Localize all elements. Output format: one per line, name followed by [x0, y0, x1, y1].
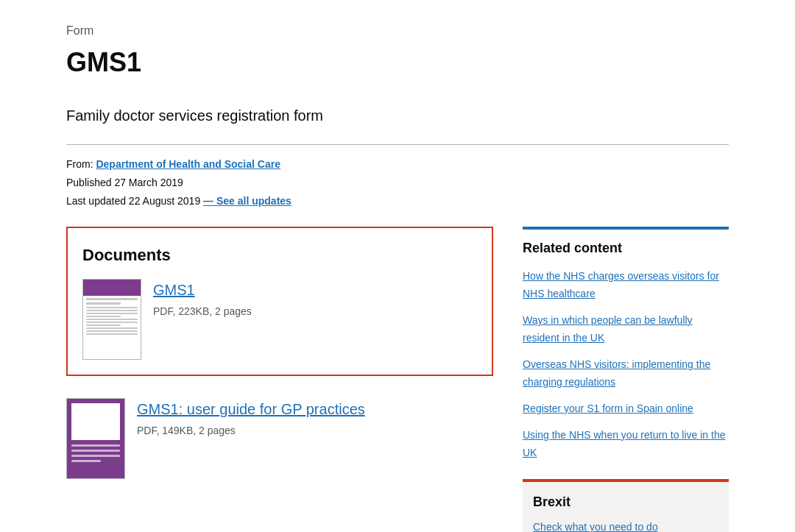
related-link-3[interactable]: Overseas NHS visitors: implementing the … [523, 358, 710, 388]
gms1-doc-info: GMS1 PDF, 223KB, 2 pages [153, 279, 252, 319]
related-link-item: Register your S1 form in Spain online [523, 400, 729, 417]
page-title: GMS1 [66, 43, 729, 82]
sidebar: Related content How the NHS charges over… [523, 227, 729, 532]
thumb-purple [67, 399, 124, 478]
main-layout: Documents [66, 227, 729, 532]
meta-from: From: Department of Health and Social Ca… [66, 157, 729, 172]
brexit-section: Brexit Check what you need to do [523, 479, 729, 532]
thumb-line-1 [86, 298, 138, 300]
page-subtitle: Family doctor services registration form [66, 104, 729, 127]
divider [66, 144, 729, 145]
document-item: GMS1 PDF, 223KB, 2 pages [82, 279, 477, 360]
gms1-guide-thumbnail [66, 398, 125, 479]
gms1-guide-item: GMS1: user guide for GP practices PDF, 1… [66, 398, 493, 479]
thumb-p-line-1 [71, 444, 120, 447]
from-label: From: [66, 158, 93, 170]
thumb-white-box [71, 403, 120, 440]
page-container: Form GMS1 Family doctor services registr… [44, 0, 751, 532]
related-link-2[interactable]: Ways in which people can be lawfully res… [523, 314, 693, 344]
related-content-section: Related content How the NHS charges over… [523, 227, 729, 461]
gms1-link[interactable]: GMS1 [153, 282, 195, 298]
published-label: Published [66, 177, 112, 188]
gms1-guide-link[interactable]: GMS1: user guide for GP practices [137, 401, 365, 417]
thumb-line-4 [86, 310, 138, 311]
gms1-guide-meta: PDF, 149KB, 2 pages [137, 423, 365, 439]
updated-date: 22 August 2019 [129, 195, 200, 207]
main-content: Documents [66, 227, 493, 532]
gms1-meta: PDF, 223KB, 2 pages [153, 304, 252, 319]
thumb-line-7 [86, 319, 138, 320]
thumb-line-3 [86, 307, 138, 308]
gms1-guide-info: GMS1: user guide for GP practices PDF, 1… [137, 398, 365, 439]
thumb-line-2 [86, 302, 121, 305]
brexit-link[interactable]: Check what you need to do [533, 521, 658, 532]
thumb-line-5 [86, 313, 138, 314]
thumb-line-11 [86, 330, 138, 332]
related-link-4[interactable]: Register your S1 form in Spain online [523, 402, 693, 414]
documents-title: Documents [82, 243, 477, 267]
thumb-line-8 [86, 322, 138, 323]
related-link-item: How the NHS charges overseas visitors fo… [523, 267, 729, 302]
thumb-line-9 [86, 324, 121, 326]
form-label: Form [66, 22, 729, 40]
thumb-p-line-2 [71, 450, 120, 452]
thumb-header [83, 280, 141, 296]
related-links: How the NHS charges overseas visitors fo… [523, 267, 729, 461]
thumb-line-10 [86, 327, 138, 329]
related-link-1[interactable]: How the NHS charges overseas visitors fo… [523, 270, 719, 299]
related-content-title: Related content [523, 238, 729, 258]
meta-published: Published 27 March 2019 [66, 175, 729, 191]
thumb-line-6 [86, 316, 121, 317]
related-link-item: Using the NHS when you return to live in… [523, 426, 729, 461]
documents-box: Documents [66, 227, 493, 376]
meta-section: From: Department of Health and Social Ca… [66, 157, 729, 209]
thumb-p-line-3 [71, 455, 120, 457]
from-link[interactable]: Department of Health and Social Care [96, 158, 280, 170]
published-date: 27 March 2019 [114, 177, 183, 188]
meta-updated: Last updated 22 August 2019 — See all up… [66, 194, 729, 209]
related-link-item: Ways in which people can be lawfully res… [523, 311, 729, 347]
thumb-p-line-4 [71, 460, 101, 462]
gms1-thumbnail [82, 279, 141, 360]
thumb-line-12 [86, 333, 138, 335]
see-all-updates-link[interactable]: — See all updates [203, 195, 292, 207]
brexit-title: Brexit [533, 492, 718, 512]
related-link-5[interactable]: Using the NHS when you return to live in… [523, 429, 725, 458]
updated-label: Last updated [66, 195, 126, 207]
related-link-item: Overseas NHS visitors: implementing the … [523, 355, 729, 391]
brexit-link-container: Check what you need to do [533, 518, 718, 532]
